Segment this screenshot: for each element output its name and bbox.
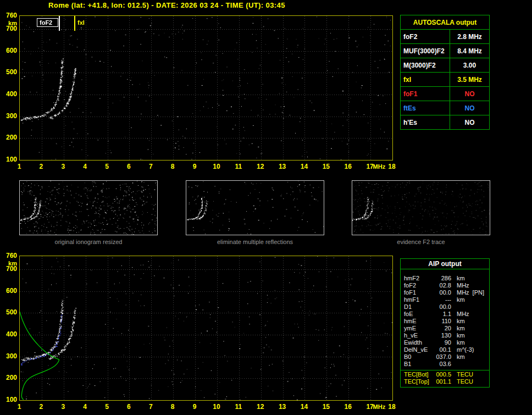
parameter-value-cell: NO [450, 101, 490, 115]
aip-output-panel: AIP outputhmF2286kmfoF202.8MHzfoF100.0MH… [400, 258, 490, 388]
x-tick-label: 11 [235, 163, 242, 170]
aip-param-name: hmF2 [401, 275, 434, 282]
x-tick-label: 16 [345, 163, 352, 170]
aip-param-unit: MHz [451, 282, 469, 289]
x-tick-label: 6 [127, 403, 131, 411]
x-tick-label: 8 [171, 403, 175, 411]
aip-tec-unit: TECU [451, 371, 473, 378]
aip-param-value: 00.1 [434, 346, 451, 353]
aip-tec-value: 000.5 [434, 371, 451, 378]
aip-param-unit [451, 303, 457, 311]
thumbnail-caption: eliminate multiple reflections [186, 239, 324, 245]
parameter-value-cell: 2.8 MHz [450, 30, 490, 44]
y-tick-label: 200 [1, 374, 17, 381]
aip-param-name: DelN_vE [401, 346, 434, 353]
x-tick-label: 4 [83, 163, 87, 170]
aip-row: ymE20km [401, 325, 489, 332]
aip-param-name: h_vE [401, 332, 434, 339]
aip-param-unit: km [451, 339, 465, 346]
y-tick-label: 760 [1, 12, 17, 19]
x-tick-label: 3 [61, 403, 65, 411]
x-tick-label: 13 [279, 163, 286, 170]
aip-row: hmE110km [401, 318, 489, 325]
aip-row: Ewidth90km [401, 339, 489, 346]
aip-row: B0037.0km [401, 353, 489, 361]
parameter-label-cell: foF1 [401, 87, 450, 101]
aip-row: hmF2286km [401, 275, 489, 282]
aip-param-value: 00.0 [434, 289, 451, 296]
processing-thumbnail [186, 180, 324, 235]
aip-tec-name: TEC[Bot] [401, 371, 434, 378]
autoscala-row: M(3000)F23.00 [401, 58, 490, 73]
autoscala-row: foF1NO [401, 87, 490, 101]
parameter-value-cell: NO [450, 115, 490, 130]
x-tick-label: 11 [235, 403, 242, 411]
x-tick-label: 14 [301, 403, 308, 411]
aip-param-unit: km [451, 318, 465, 325]
y-tick-label: 500 [1, 309, 17, 316]
thumbnail-canvas [352, 181, 490, 235]
aip-param-name: hmE [401, 318, 434, 325]
x-tick-label: 9 [193, 403, 197, 411]
x-tick-label: 5 [105, 163, 109, 170]
processing-thumbnail [352, 180, 490, 235]
aip-param-value: 20 [434, 325, 451, 332]
parameter-value-cell: 3.00 [450, 58, 490, 73]
parameter-label-cell: foF2 [401, 30, 450, 44]
aip-row: B103.6 [401, 361, 489, 368]
ionogram-plot-bottom: 760km70060050040030020010012345678910111… [19, 256, 393, 401]
autoscala-row: ftEsNO [401, 101, 490, 115]
aip-param-name: Ewidth [401, 339, 434, 346]
aip-param-name: foF1 [401, 289, 434, 296]
x-tick-label: 10 [213, 163, 220, 170]
aip-row: foE1.1MHz [401, 311, 489, 318]
x-tick-label: 4 [83, 403, 87, 411]
processing-thumbnail [19, 180, 158, 235]
y-tick-label: 100 [1, 396, 17, 403]
ionogram-canvas-top [19, 15, 393, 161]
x-tick-label: 6 [127, 163, 131, 170]
aip-param-value: 110 [434, 318, 451, 325]
aip-param-unit: km [451, 353, 465, 361]
x-tick-label: 18 [388, 163, 395, 170]
autoscala-header-cell: AUTOSCALA output [401, 15, 490, 30]
aip-row: hmF1---km [401, 296, 489, 303]
x-tick-label: 8 [171, 163, 175, 170]
aip-param-value: --- [434, 296, 451, 303]
aip-param-unit: km [451, 275, 465, 282]
aip-param-value: 130 [434, 332, 451, 339]
aip-tec-row: TEC[Top]001.1TECU [401, 378, 489, 385]
aip-param-value: 1.1 [434, 311, 451, 318]
x-tick-label: 7 [149, 163, 153, 170]
aip-param-name: hmF1 [401, 296, 434, 303]
aip-param-value: 02.8 [434, 282, 451, 289]
aip-param-value: 286 [434, 275, 451, 282]
x-tick-label: 13 [279, 403, 286, 411]
aip-param-name: B1 [401, 361, 434, 368]
autoscala-row: foF22.8 MHz [401, 30, 490, 44]
x-tick-label: 1 [18, 403, 21, 411]
thumbnail-caption: evidence F2 trace [352, 239, 490, 245]
parameter-label-cell: fxI [401, 73, 450, 87]
y-tick-label: 760 [1, 252, 17, 259]
x-tick-label: 14 [301, 163, 308, 170]
aip-tec-value: 001.1 [434, 378, 451, 385]
x-tick-label: 2 [40, 163, 43, 170]
x-tick-label: 2 [40, 403, 43, 411]
aip-param-value: 00.0 [434, 303, 451, 311]
ionogram-canvas-bottom [19, 256, 393, 401]
parameter-label-cell: ftEs [401, 101, 450, 115]
aip-row: foF202.8MHz [401, 282, 489, 289]
x-tick-label: 9 [193, 163, 197, 170]
thumbnail-caption: original ionogram resized [19, 239, 158, 245]
y-tick-label: 600 [1, 47, 17, 54]
autoscala-row: fxI3.5 MHz [401, 73, 490, 87]
x-tick-label: 3 [61, 163, 65, 170]
y-tick-label: 400 [1, 331, 17, 337]
y-tick-label: 300 [1, 113, 17, 119]
y-tick-label: 700 [1, 25, 17, 32]
aip-row: foF100.0MHz[PN] [401, 289, 489, 296]
x-tick-label: 10 [213, 403, 220, 411]
thumbnail-canvas [186, 181, 324, 235]
aip-param-unit: MHz [451, 289, 469, 296]
